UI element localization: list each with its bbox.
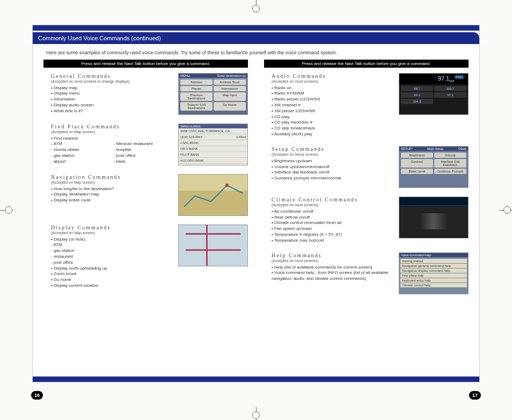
- section-nav-text: Navigation Commands (Accepted on Map scr…: [51, 174, 172, 216]
- list-item: Guidance prompts min/max/normal: [272, 176, 392, 182]
- list-item: Display current location: [51, 283, 172, 289]
- sub-item: ATM: [51, 141, 109, 147]
- preset-button: 98.7: [401, 86, 433, 91]
- help-note: (Accepted on most screens): [272, 259, 392, 263]
- screen-row: Navigation general command help: [400, 264, 467, 268]
- screen-button: Address: [180, 79, 213, 85]
- section-help: Help Commands (Accepted on most screens)…: [272, 252, 469, 294]
- find-note: (Accepted on Map screen): [51, 130, 172, 134]
- screen-row: CR-V BANK: [179, 146, 247, 152]
- setup-note: (Accepted on Setup screen): [272, 153, 392, 156]
- screen-button: Previous Destinations: [180, 92, 213, 101]
- left-column: Press and release the Navi Talk button b…: [43, 60, 248, 371]
- list-item: What time is it?: [51, 108, 172, 114]
- list-item: Radio on: [272, 85, 392, 91]
- list-item: Radio # FM/AM: [272, 91, 392, 97]
- screen-button: Map Input: [214, 92, 246, 101]
- content-columns: Press and release the Navi Talk button b…: [33, 60, 479, 376]
- section-audio-text: Audio Commands (Accepted on most screens…: [272, 73, 392, 137]
- screen-button: Today's/ 1/15 Destinations: [180, 102, 213, 111]
- help-title: Help Commands: [272, 252, 392, 258]
- list-item: Volume up/down/min/max/off: [272, 164, 392, 170]
- list-item: Display audio screen: [51, 103, 172, 108]
- disp-note: (Accepted on Map screen): [51, 231, 172, 235]
- top-border-bar: [33, 25, 479, 31]
- sub-item: bank: [114, 159, 172, 165]
- screen-button: Guidance Prompts: [434, 169, 466, 174]
- list-item: Fan speed up/down: [272, 226, 392, 232]
- list-item: XM channel #: [272, 103, 392, 108]
- svg-point-0: [225, 184, 229, 187]
- audio-note: (Accepted on most screens): [272, 79, 392, 83]
- list-item: Display destination map: [51, 192, 172, 198]
- section-nav: Navigation Commands (Accepted on Map scr…: [51, 174, 248, 216]
- list-item: Display entire route: [51, 198, 172, 204]
- screen-row: Getting started: [400, 259, 467, 263]
- section-find-text: Find Place Commands (Accepted on Map scr…: [51, 124, 172, 165]
- list-item: Go home: [51, 277, 172, 283]
- section-climate-text: Climate Control Commands (Accepted on mo…: [272, 197, 392, 244]
- sub-item: post office: [114, 153, 172, 159]
- section-climate: Climate Control Commands (Accepted on mo…: [272, 197, 469, 244]
- thumb-map-city: [178, 225, 248, 266]
- list-item: Air conditioner on/off: [272, 209, 392, 215]
- screen-button: Contrast: [401, 159, 433, 168]
- page-title: Commonly Used Voice Commands (continued): [33, 32, 479, 44]
- general-note: (Accepted on most screens to change disp…: [51, 79, 172, 83]
- climate-note: (Accepted on most screens): [272, 203, 392, 207]
- section-find: Find Place Commands (Accepted on Map scr…: [51, 124, 248, 165]
- preset-button: 104.3: [401, 99, 433, 104]
- screen-button: Go Home: [214, 102, 246, 111]
- preset-button: 93.1: [401, 92, 433, 98]
- list-item: Interface dial feedback on/off: [272, 170, 392, 176]
- screen-button: Interface Dial Feedback: [434, 159, 466, 168]
- sub-item: gas station: [51, 153, 109, 159]
- sub-item: Honda dealer: [51, 147, 109, 153]
- nav-title: Navigation Commands: [51, 174, 172, 180]
- page-number-left: 16: [31, 391, 43, 400]
- list-item: CD play track/disc #: [272, 120, 392, 126]
- thumb-climate-screen: [399, 197, 469, 238]
- list-item: Climate control recirculate/ fresh air: [272, 220, 392, 226]
- thumb-map-route: [178, 174, 248, 216]
- screen-row: ACCORD BANK: [179, 158, 247, 164]
- screen-button: Intersection: [214, 86, 246, 91]
- section-general: General Commands (Accepted on most scree…: [51, 73, 248, 115]
- section-setup-text: Setup Commands (Accepted on Setup screen…: [272, 146, 392, 188]
- screen-button: Address Book: [214, 79, 246, 85]
- section-setup: Setup Commands (Accepted on Setup screen…: [272, 146, 469, 188]
- page-number-right: 17: [469, 391, 481, 400]
- screen-button: Volume: [434, 153, 466, 158]
- list-item: Display menu: [51, 91, 172, 97]
- left-instruction-bar: Press and release the Navi Talk button b…: [43, 60, 248, 68]
- sub-item: restaurant: [51, 254, 172, 260]
- screen-button: Places: [180, 86, 213, 91]
- list-item: CD play: [272, 114, 392, 120]
- thumb-help-screen: Voice command help: Getting startedNavig…: [399, 252, 469, 294]
- screen-button: Brightness: [401, 153, 433, 158]
- sub-item: gas station: [51, 248, 172, 254]
- list-item: Brightness up/down: [272, 158, 392, 164]
- climate-title: Climate Control Commands: [272, 197, 392, 202]
- list-item: How long/far to the destination?: [51, 186, 172, 192]
- sub-item: airport: [51, 159, 109, 165]
- section-display: Display Commands (Accepted on Map screen…: [51, 225, 248, 289]
- right-instruction-bar: Press and release the Navi Talk button b…: [264, 60, 469, 68]
- list-item: Temperature max hot/cold: [272, 238, 392, 244]
- thumb-place-screen: Select a place: 3458 CIVIC AVE, TORRANCE…: [178, 124, 248, 165]
- section-display-text: Display Commands (Accepted on Map screen…: [51, 225, 172, 289]
- find-title: Find Place Commands: [51, 124, 172, 129]
- section-audio: Audio Commands (Accepted on most screens…: [272, 73, 469, 137]
- screen-row: Find place help: [400, 273, 467, 278]
- list-item: Radio preset 1/2/3/4/5/6: [272, 97, 392, 103]
- list-item: Help (list of available commands for cur…: [272, 265, 392, 271]
- section-general-text: General Commands (Accepted on most scree…: [51, 73, 172, 115]
- preset-button: 97.1: [434, 92, 466, 98]
- list-item: Display north up/heading up: [51, 266, 172, 272]
- disp-title: Display Commands: [51, 225, 172, 230]
- thumb-radio-screen: 97.1FM FM1 98.7105.793.197.1104.3: [399, 73, 469, 115]
- list-item: XM preset 1/2/3/4/5/6: [272, 108, 392, 114]
- list-item: Zoom in/out: [51, 271, 172, 277]
- list-item: Rear defrost on/off: [272, 215, 392, 221]
- list-item: CD skip forward/back: [272, 126, 392, 132]
